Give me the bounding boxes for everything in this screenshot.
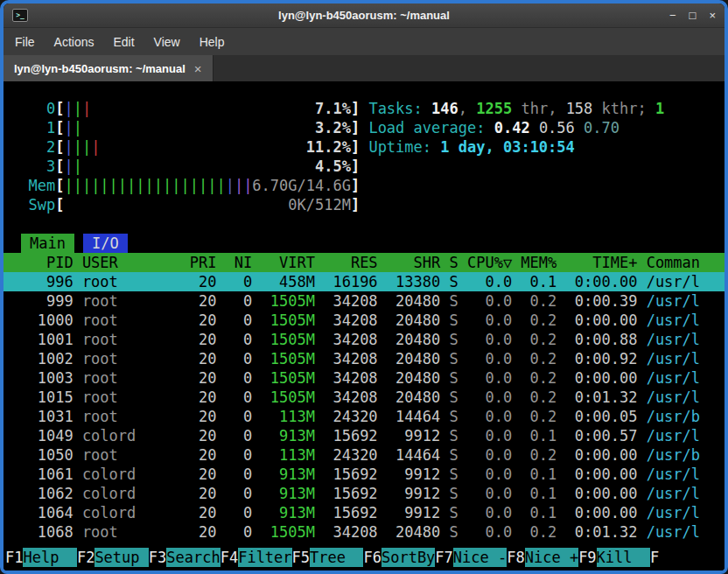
fn-key-f7[interactable]: F7Nice -: [435, 548, 507, 567]
cell-ni: 0: [216, 445, 252, 465]
fn-key-f3[interactable]: F3Search: [149, 548, 220, 567]
tab-title: lyn@lyn-b450aorusm: ~/manual: [14, 62, 186, 75]
menu-item-help[interactable]: Help: [190, 31, 234, 53]
process-row-996[interactable]: 996root200458M1619613380S0.00.10:00.00/u…: [4, 272, 724, 291]
cell-cmd: /usr/l: [647, 426, 718, 445]
column-header-virt[interactable]: VIRT: [252, 253, 315, 272]
column-header-res[interactable]: RES: [315, 253, 378, 272]
column-header-pri[interactable]: PRI: [163, 253, 216, 272]
cell-virt: 1505M: [252, 522, 315, 542]
cell-res: 24320: [315, 407, 378, 426]
cell-pri: 20: [163, 522, 216, 542]
menu-item-view[interactable]: View: [144, 31, 190, 53]
terminal-tab[interactable]: lyn@lyn-b450aorusm: ~/manual ×: [4, 55, 214, 81]
column-header-s[interactable]: S: [440, 253, 458, 272]
column-header-pid[interactable]: PID: [10, 253, 74, 272]
window-controls: − □ ×: [669, 4, 716, 27]
cell-user: colord: [82, 503, 163, 522]
cell-shr: 13380: [378, 272, 441, 291]
cell-mem: 0.2: [512, 407, 556, 426]
cell-res: 24320: [315, 445, 378, 465]
screen-tab-main[interactable]: Main: [21, 234, 74, 253]
fn-key-f6[interactable]: F6SortBy: [363, 548, 435, 567]
htop-screen-tabs: MainI/O: [4, 234, 724, 253]
menu-item-edit[interactable]: Edit: [103, 31, 144, 53]
cell-ni: 0: [216, 330, 252, 349]
column-header-time[interactable]: TIME+: [556, 253, 637, 272]
cell-res: 15692: [315, 426, 378, 445]
cell-cpu: 0.0: [458, 445, 512, 465]
process-row-999[interactable]: 999root2001505M3420820480S0.00.20:00.39/…: [4, 291, 724, 311]
cell-time: 0:00.39: [556, 291, 637, 311]
cell-cmd: /usr/l: [647, 311, 718, 330]
process-row-1000[interactable]: 1000root2001505M3420820480S0.00.20:00.00…: [4, 311, 724, 330]
cell-res: 34208: [315, 311, 378, 330]
cell-mem: 0.1: [512, 465, 556, 484]
process-row-1031[interactable]: 1031root200113M2432014464S0.00.20:00.05/…: [4, 407, 724, 426]
fn-key-f9[interactable]: F9Kill: [578, 548, 650, 567]
cell-virt: 913M: [252, 465, 315, 484]
cell-pri: 20: [163, 311, 216, 330]
fn-key-f[interactable]: F: [650, 548, 659, 567]
cell-res: 15692: [315, 465, 378, 484]
cell-ni: 0: [216, 311, 252, 330]
cell-cmd: /usr/b: [647, 445, 718, 465]
cell-ni: 0: [216, 388, 252, 407]
cell-mem: 0.1: [512, 484, 556, 503]
cell-time: 0:01.32: [556, 388, 637, 407]
process-row-1002[interactable]: 1002root2001505M3420820480S0.00.20:00.92…: [4, 349, 724, 368]
memory-meter: Mem[|||||||||||||||||||||6.70G/14.6G]: [10, 176, 368, 195]
cell-cpu: 0.0: [458, 311, 512, 330]
cell-cmd: /usr/l: [647, 349, 718, 368]
process-row-1061[interactable]: 1061colord200913M156929912S0.00.10:00.00…: [4, 465, 724, 484]
cell-time: 0:00.92: [556, 349, 637, 368]
terminal-screen[interactable]: 0[|||7.1%]1[||3.2%]2[||||11.2%]3[||4.5%]…: [4, 81, 724, 570]
cell-cmd: /usr/l: [647, 388, 718, 407]
fn-key-f1[interactable]: F1Help: [5, 548, 77, 567]
process-row-1050[interactable]: 1050root200113M2432014464S0.00.20:00.00/…: [4, 445, 724, 465]
cell-mem: 0.2: [512, 522, 556, 542]
screen-tab-io[interactable]: I/O: [83, 234, 128, 253]
cell-user: root: [82, 349, 163, 368]
process-row-1049[interactable]: 1049colord200913M156929912S0.00.10:00.57…: [4, 426, 724, 445]
process-row-1003[interactable]: 1003root2001505M3420820480S0.00.20:00.00…: [4, 368, 724, 388]
menu-item-file[interactable]: File: [5, 31, 45, 53]
column-header-ni[interactable]: NI: [216, 253, 252, 272]
cell-shr: 20480: [378, 311, 441, 330]
menu-item-actions[interactable]: Actions: [45, 31, 104, 53]
process-table-header: PIDUSERPRINIVIRTRESSHRSCPU%▽MEM%TIME+Com…: [4, 253, 724, 272]
cell-cpu: 0.0: [458, 368, 512, 388]
cell-pri: 20: [163, 368, 216, 388]
process-row-1062[interactable]: 1062colord200913M156929912S0.00.10:00.00…: [4, 484, 724, 503]
cell-pid: 1050: [10, 445, 74, 465]
cell-mem: 0.2: [512, 368, 556, 388]
process-row-1068[interactable]: 1068root2001505M3420820480S0.00.20:01.32…: [4, 522, 724, 542]
tab-close-icon[interactable]: ×: [194, 61, 202, 76]
cell-pid: 1049: [10, 426, 74, 445]
window-title: lyn@lyn-b450aorusm: ~/manual: [4, 9, 724, 22]
titlebar[interactable]: >_ lyn@lyn-b450aorusm: ~/manual − □ ×: [4, 4, 724, 27]
column-header-mem[interactable]: MEM%: [512, 253, 556, 272]
column-header-user[interactable]: USER: [82, 253, 163, 272]
cell-ni: 0: [216, 291, 252, 311]
cell-pid: 999: [10, 291, 74, 311]
column-header-cpu[interactable]: CPU%▽: [458, 253, 512, 272]
column-header-shr[interactable]: SHR: [378, 253, 441, 272]
process-row-1015[interactable]: 1015root2001505M3420820480S0.00.20:01.32…: [4, 388, 724, 407]
cell-mem: 0.2: [512, 330, 556, 349]
fn-key-f5[interactable]: F5Tree: [292, 548, 364, 567]
cell-ni: 0: [216, 368, 252, 388]
cell-time: 0:01.32: [556, 522, 637, 542]
close-button[interactable]: ×: [709, 4, 716, 27]
minimize-button[interactable]: −: [669, 4, 676, 27]
cell-user: root: [82, 330, 163, 349]
process-row-1064[interactable]: 1064colord200913M156929912S0.00.10:00.00…: [4, 503, 724, 522]
column-header-cmd[interactable]: Comman: [647, 253, 718, 272]
fn-key-f8[interactable]: F8Nice +: [507, 548, 578, 567]
cell-time: 0:00.05: [556, 407, 637, 426]
fn-key-f4[interactable]: F4Filter: [220, 548, 292, 567]
fn-key-f2[interactable]: F2Setup: [77, 548, 149, 567]
cell-pri: 20: [163, 291, 216, 311]
maximize-button[interactable]: □: [690, 4, 696, 27]
process-row-1001[interactable]: 1001root2001505M3420820480S0.00.20:00.88…: [4, 330, 724, 349]
